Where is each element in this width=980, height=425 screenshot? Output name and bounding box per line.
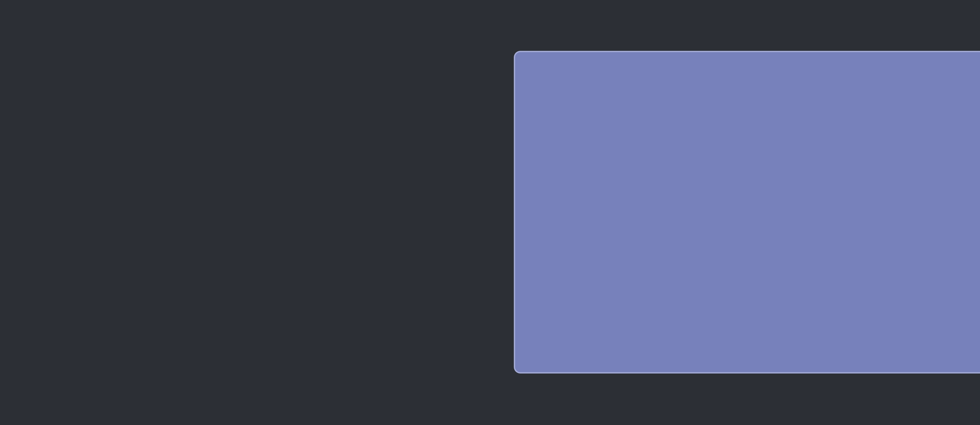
- app-window: nucleus Global DashboardProject Insights…: [514, 51, 980, 374]
